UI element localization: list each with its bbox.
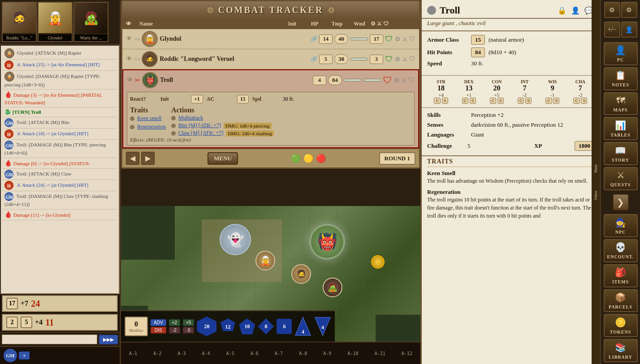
lock-icon[interactable]: 🔒 [557, 5, 567, 16]
ac-stat-value: 15 [471, 35, 485, 45]
d4-large-dice[interactable]: 4 [294, 317, 311, 336]
menu-button[interactable]: MENU [208, 152, 238, 165]
chat-send-btn[interactable]: ▶▶▶ [99, 335, 118, 344]
toolbar-npc-btn[interactable]: 🧙 NPC [604, 214, 638, 237]
elemental-token[interactable]: 👻 [220, 224, 251, 255]
senses-row: Senses darkvision 60 ft., passive Percep… [427, 121, 594, 128]
cha-s-btn[interactable]: S [581, 98, 587, 104]
grid-a7: A-7 [275, 351, 283, 356]
languages-label: Languages [427, 131, 467, 138]
toolbar-tokens-btn[interactable]: 🪙 TOKENS [604, 314, 638, 337]
action-claw-link[interactable]: Claw [M] [ATK: +7] [178, 130, 223, 137]
toolbar-maps-btn[interactable]: 🗺 MAPS [604, 92, 638, 116]
wis-c-btn[interactable]: C [545, 98, 552, 104]
dis-button[interactable]: DIS [151, 327, 166, 334]
toolbar-plusminus-btn[interactable]: +/− [604, 21, 620, 38]
action-icon-1[interactable]: ⚙ [395, 35, 401, 43]
toolbar-parcels-btn[interactable]: 📦 PARCELS [604, 289, 638, 313]
trait-regen-link[interactable]: Regeneration [137, 124, 166, 130]
map-token-warty[interactable]: 🧟 [323, 278, 342, 297]
glyndol-hp[interactable]: 40 [334, 34, 348, 44]
roddic-hp[interactable]: 38 [334, 54, 348, 64]
action-multiattack: Multiattack [171, 114, 274, 122]
minus5-button[interactable]: -5 [183, 327, 194, 334]
toolbar-gear-btn-2[interactable]: ⚙ [621, 2, 637, 18]
toolbar-story-btn[interactable]: 📖 STORY [604, 142, 638, 165]
npc-label: NPC [615, 230, 626, 235]
token-glyndol[interactable]: 🧝 Glyndol [38, 2, 73, 42]
add-button[interactable]: + [19, 351, 30, 360]
tracker-gear-left: ⚙ [207, 5, 214, 15]
regeneration-title: Regeneration [427, 188, 594, 196]
glyndol-wnd[interactable]: 17 [370, 34, 383, 44]
toolbar-person-btn[interactable]: 👤 [621, 21, 637, 38]
toolbar-tables-btn[interactable]: 📊 TABLES [604, 117, 638, 140]
cha-c-btn[interactable]: C [573, 98, 580, 104]
toolbar-pc-btn[interactable]: 👤 PC [604, 42, 638, 65]
trait-keen-smell-link[interactable]: Keen smell [137, 115, 161, 122]
d12-dice[interactable]: 12 [219, 318, 236, 335]
toolbar-gear-btn-1[interactable]: ⚙ [604, 2, 620, 18]
tracker-prev-btn[interactable]: ◀ [126, 152, 139, 165]
troll-init[interactable]: 4 [313, 76, 326, 85]
str-c-btn[interactable]: C [434, 98, 441, 104]
trait-dot-2 [130, 125, 134, 129]
action-icon-r2[interactable]: ⚔ [402, 56, 408, 63]
action-icon-t1[interactable]: ⚙ [394, 77, 400, 84]
token-warty[interactable]: 🧟 Warty the ... [74, 2, 108, 42]
minus2-button[interactable]: -2 [169, 327, 180, 334]
plus2-button[interactable]: +2 [169, 319, 180, 326]
d4-special-dice[interactable]: 4 [314, 317, 331, 336]
d20-dice[interactable]: 20 [197, 317, 216, 336]
action-icon-t3[interactable]: 🛡 [408, 77, 415, 84]
user-icon[interactable]: 👤 [570, 5, 581, 16]
combatant-row-roddic[interactable]: 👁 0.6 🧔 Roddic "Longword" Veruel 🔗 5 38 … [122, 49, 419, 69]
token-roddic[interactable]: 🧔 Roddic "Lo..." [2, 2, 37, 42]
map-token-char1[interactable]: 🧔 [291, 264, 311, 284]
glyndol-init[interactable]: 14 [319, 34, 333, 44]
str-s-btn[interactable]: S [442, 98, 448, 104]
d6-dice[interactable]: 6 [277, 319, 292, 334]
action-icon-2[interactable]: ⚔ [402, 35, 408, 43]
troll-tmp[interactable] [344, 79, 362, 81]
troll-hp[interactable]: 84 [328, 75, 342, 85]
tracker-next-btn[interactable]: ▶ [141, 152, 155, 165]
action-bite-link[interactable]: Bite [M] [ATK: +7] [178, 122, 221, 129]
dex-c-btn[interactable]: C [462, 98, 469, 104]
int-c-btn[interactable]: C [518, 98, 524, 104]
toolbar-notes-btn[interactable]: 📋 NOTES [604, 67, 638, 90]
dex-s-btn[interactable]: S [470, 98, 476, 104]
roddic-tmp[interactable] [350, 58, 368, 60]
con-c-btn[interactable]: C [490, 98, 497, 104]
map-token-troll[interactable]: 👹 [309, 224, 345, 260]
action-icon-r3[interactable]: 🛡 [409, 56, 415, 63]
d8-dice[interactable]: 8 [258, 318, 274, 334]
chat-input[interactable] [2, 334, 97, 344]
portrait-roddic: 🧔 [142, 51, 158, 67]
con-s-btn[interactable]: S [497, 98, 504, 104]
adv-button[interactable]: ADV [151, 319, 166, 326]
char1-map-icon: 🧔 [296, 269, 306, 279]
map-token-glyndol[interactable]: 🧝 [255, 251, 275, 270]
toolbar-library-btn[interactable]: 📚 LIBRARY [604, 339, 638, 362]
toolbar-items-btn[interactable]: 🎒 ITEMS [604, 264, 638, 287]
glyndol-tmp[interactable] [350, 38, 368, 40]
plus5-button[interactable]: +5 [183, 319, 194, 326]
troll-wnd[interactable] [363, 79, 381, 81]
wis-s-btn[interactable]: S [553, 98, 559, 104]
portal-icon[interactable] [371, 255, 385, 269]
d10-dice[interactable]: 10 [239, 318, 255, 334]
int-score: INT 7 -2 C S [518, 79, 532, 104]
combatant-row-troll[interactable]: 👁 ✂ 👹 Troll 4 84 🛡 ⚙ ⚔ 🛡 [122, 69, 419, 148]
action-icon-r1[interactable]: ⚙ [395, 56, 401, 63]
toolbar-encounters-btn[interactable]: 💀 ENCOUNT. [604, 239, 638, 262]
int-s-btn[interactable]: S [525, 98, 532, 104]
combatant-row-glyndol[interactable]: 👁 0.6 🧝 Glyndol 🔗 14 40 17 🛡 ⚙ ⚔ � [122, 29, 419, 49]
action-icon-t2[interactable]: ⚔ [401, 77, 407, 84]
action-multiattack-link[interactable]: Multiattack [178, 115, 203, 121]
scroll-right-arrow[interactable]: ❯ [613, 194, 629, 210]
roddic-wnd[interactable]: 3 [370, 55, 383, 64]
toolbar-quests-btn[interactable]: ⚔ QUESTS [604, 167, 638, 190]
roddic-init[interactable]: 5 [319, 55, 333, 64]
action-icon-3[interactable]: 🛡 [409, 35, 415, 43]
